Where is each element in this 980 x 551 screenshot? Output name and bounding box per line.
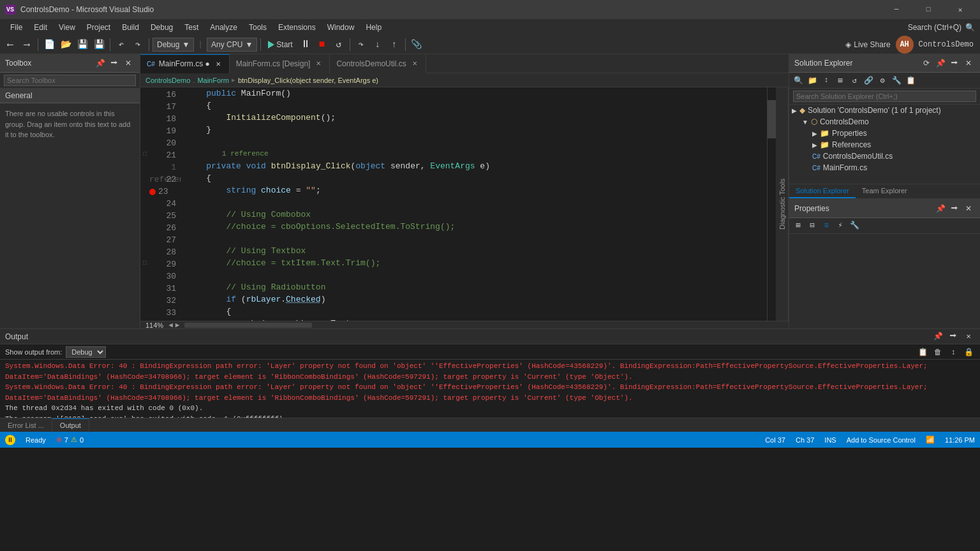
menu-analyze[interactable]: Analyze (205, 21, 242, 34)
vertical-scrollbar[interactable] (767, 87, 776, 321)
tab-controlsdemoutils[interactable]: ControlsDemoUtil.cs ✕ (330, 54, 426, 73)
se-close-btn[interactable]: ✕ (962, 57, 975, 70)
search-bar[interactable]: Search (Ctrl+Q) (908, 23, 961, 32)
title-bar-controls[interactable]: ─ □ ✕ (882, 0, 975, 19)
tab-controlsdemoutils-close[interactable]: ✕ (410, 59, 419, 68)
solution-search-input[interactable] (793, 91, 976, 102)
tab-mainform-design[interactable]: MainForm.cs [Design] ✕ (230, 54, 330, 73)
references-node[interactable]: ▶ 📁 References (789, 139, 980, 151)
attach-btn[interactable]: 📎 (409, 37, 424, 52)
new-btn[interactable]: 📄 (41, 37, 57, 52)
minimize-button[interactable]: ─ (882, 0, 911, 19)
menu-project[interactable]: Project (82, 21, 115, 34)
scroll-thumb[interactable] (768, 100, 776, 138)
se-pin-btn[interactable]: 📌 (934, 57, 947, 70)
properties-node[interactable]: ▶ 📁 Properties (789, 128, 980, 139)
se-btn-9[interactable]: 📋 (904, 74, 917, 87)
nav-left[interactable]: ◀ (168, 321, 173, 328)
pause-btn[interactable]: ⏸ (298, 37, 313, 52)
close-button[interactable]: ✕ (946, 0, 975, 19)
menu-build[interactable]: Build (117, 21, 144, 34)
forward-btn[interactable]: ⟶ (19, 37, 34, 52)
mainform-node[interactable]: C# MainForm.cs (789, 162, 980, 173)
menu-extensions[interactable]: Extensions (273, 21, 321, 34)
output-pin-btn[interactable]: 📌 (932, 330, 944, 343)
output-close-btn[interactable]: ✕ (962, 330, 975, 343)
toolbox-search[interactable] (0, 73, 140, 89)
se-btn-1[interactable]: 🔍 (792, 74, 805, 87)
menu-test[interactable]: Test (179, 21, 204, 34)
toolbox-pin-btn[interactable]: 📌 (94, 57, 107, 70)
props-close-btn[interactable]: ✕ (962, 202, 975, 215)
collapse-line21[interactable]: □ (140, 148, 149, 160)
menu-edit[interactable]: Edit (29, 21, 52, 34)
save-all-btn[interactable]: 💾 (91, 37, 107, 52)
h-scroll-thumb[interactable] (184, 323, 312, 328)
step-into-btn[interactable]: ↓ (370, 37, 385, 52)
controlsdemoutils-node[interactable]: C# ControlsDemoUtil.cs (789, 151, 980, 162)
se-expand-btn[interactable]: ⮕ (948, 57, 961, 70)
props-expand-btn[interactable]: ⮕ (948, 202, 961, 215)
menu-window[interactable]: Window (322, 21, 360, 34)
code-content[interactable]: public MainForm() { InitializeComponent(… (181, 87, 767, 321)
se-btn-8[interactable]: 🔧 (890, 74, 903, 87)
start-button[interactable]: Start (264, 39, 296, 50)
menu-help[interactable]: Help (360, 21, 387, 34)
code-body[interactable]: □ □ 16 17 18 19 20 21 1 reference (140, 87, 789, 321)
solution-root[interactable]: ▶ ◆ Solution 'ControlsDemo' (1 of 1 proj… (789, 105, 980, 116)
props-btn-3[interactable]: ≡ (820, 219, 833, 232)
step-out-btn[interactable]: ↑ (387, 37, 402, 52)
menu-view[interactable]: View (54, 21, 80, 34)
props-btn-2[interactable]: ⊟ (806, 219, 819, 232)
menu-debug[interactable]: Debug (145, 21, 178, 34)
props-btn-5[interactable]: 🔧 (848, 219, 861, 232)
se-btn-5[interactable]: ↺ (848, 74, 861, 87)
tab-mainform-cs[interactable]: C# MainForm.cs ● ✕ (140, 54, 230, 73)
se-tab-team[interactable]: Team Explorer (856, 184, 914, 198)
toolbox-search-input[interactable] (4, 75, 136, 86)
toolbox-expand-btn[interactable]: ⮕ (108, 57, 121, 70)
toolbox-close-btn[interactable]: ✕ (122, 57, 135, 70)
tab-mainform-cs-close[interactable]: ✕ (214, 59, 223, 68)
user-avatar[interactable]: AH (896, 36, 914, 54)
se-btn-6[interactable]: 🔗 (862, 74, 875, 87)
tab-mainform-design-close[interactable]: ✕ (314, 59, 323, 68)
menu-file[interactable]: File (5, 21, 27, 34)
bottom-tab-errorlist[interactable]: Error List ... (0, 418, 52, 432)
se-sync-btn[interactable]: ⟳ (920, 57, 933, 70)
step-over-btn[interactable]: ↷ (353, 37, 369, 52)
undo-btn[interactable]: ↶ (114, 37, 129, 52)
output-btn-2[interactable]: 🗑 (932, 346, 944, 358)
menu-tools[interactable]: Tools (244, 21, 272, 34)
props-btn-4[interactable]: ⚡ (834, 219, 847, 232)
output-expand-btn[interactable]: ⮕ (947, 330, 960, 343)
se-tab-solution[interactable]: Solution Explorer (789, 184, 856, 198)
back-btn[interactable]: ⟵ (3, 37, 18, 52)
add-to-source-control[interactable]: Add to Source Control (847, 436, 916, 444)
output-source-dropdown[interactable]: Debug (66, 346, 106, 358)
props-btn-1[interactable]: ⊞ (792, 219, 805, 232)
nav-right[interactable]: ▶ (175, 321, 180, 328)
project-node[interactable]: ▼ ⬡ ControlsDemo (789, 116, 980, 128)
output-btn-3[interactable]: ↕ (947, 346, 960, 358)
output-btn-1[interactable]: 📋 (916, 346, 929, 358)
bottom-tab-output[interactable]: Output (52, 418, 89, 432)
props-pin-btn[interactable]: 📌 (934, 202, 947, 215)
open-btn[interactable]: 📂 (58, 37, 73, 52)
output-btn-4[interactable]: 🔒 (962, 346, 975, 358)
live-share-button[interactable]: ◈ Live Share (840, 40, 895, 49)
horizontal-scrollbar[interactable]: 114% ◀ ▶ (140, 321, 789, 328)
debug-mode-dropdown[interactable]: Debug ▼ (152, 38, 194, 52)
se-btn-3[interactable]: ↕ (820, 74, 833, 87)
se-btn-7[interactable]: ⚙ (876, 74, 889, 87)
maximize-button[interactable]: □ (914, 0, 943, 19)
se-btn-4[interactable]: ⊞ (834, 74, 847, 87)
toolbox-group-general[interactable]: General (0, 89, 140, 103)
cpu-target-dropdown[interactable]: Any CPU ▼ (207, 38, 257, 52)
stop-btn[interactable]: ■ (315, 37, 330, 52)
diagnostic-tab[interactable]: Diagnostic Tools (776, 87, 789, 321)
collapse-line32[interactable]: □ (140, 257, 149, 269)
solution-search[interactable] (789, 89, 980, 105)
save-btn[interactable]: 💾 (75, 37, 90, 52)
breakpoint-23[interactable] (149, 189, 156, 195)
